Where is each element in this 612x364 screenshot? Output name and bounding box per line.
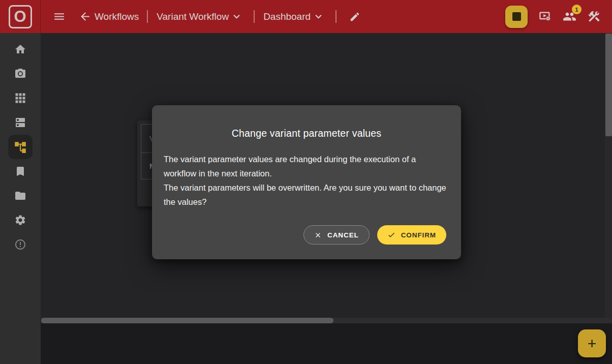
app-logo[interactable]: O xyxy=(0,0,41,33)
dialog-actions: CANCEL CONFIRM xyxy=(303,225,446,245)
breadcrumb-workflows[interactable]: Workflows xyxy=(95,11,139,22)
error-icon xyxy=(14,238,26,251)
breadcrumb-separator xyxy=(147,10,148,23)
gear-icon xyxy=(14,214,26,226)
sidebar-item-apps[interactable] xyxy=(8,86,33,110)
sidebar-item-camera[interactable] xyxy=(8,62,33,86)
vertical-scrollbar-track[interactable] xyxy=(605,33,612,318)
chevron-down-icon[interactable] xyxy=(315,14,322,19)
folder-icon xyxy=(14,190,26,202)
horizontal-scrollbar-thumb[interactable] xyxy=(41,318,333,323)
users-button[interactable]: 1 xyxy=(563,10,576,23)
stop-button[interactable] xyxy=(505,6,528,28)
breadcrumb-separator xyxy=(335,10,336,23)
top-bar: O Workflows Variant Workflow Dashboard xyxy=(0,0,612,33)
confirm-dialog: Change variant parameter values The vari… xyxy=(152,105,461,259)
sidebar-item-files[interactable] xyxy=(8,184,33,208)
menu-hamburger-icon[interactable] xyxy=(53,10,66,23)
home-icon xyxy=(14,43,26,55)
dialog-text-line: The variant parameter values are changed… xyxy=(164,152,449,180)
sidebar-nav xyxy=(0,33,41,364)
confirm-button-label: CONFIRM xyxy=(401,231,436,239)
cancel-button[interactable]: CANCEL xyxy=(303,225,370,245)
dialog-body: The variant parameter values are changed… xyxy=(164,152,449,209)
breadcrumb-dashboard[interactable]: Dashboard xyxy=(263,11,311,22)
logo-letter: O xyxy=(14,9,26,24)
breadcrumb-variant-workflow[interactable]: Variant Workflow xyxy=(157,11,229,22)
horizontal-scrollbar-track[interactable] xyxy=(41,318,612,323)
add-button[interactable]: + xyxy=(578,329,606,357)
logo-o-icon: O xyxy=(9,5,32,28)
user-count-badge: 1 xyxy=(572,5,582,14)
confirm-button[interactable]: CONFIRM xyxy=(377,225,446,245)
dns-icon xyxy=(14,116,26,129)
breadcrumb-separator xyxy=(254,10,255,23)
apps-grid-icon xyxy=(14,92,26,104)
sidebar-item-servers[interactable] xyxy=(8,110,33,135)
sidebar-item-workflows[interactable] xyxy=(8,135,33,159)
sidebar-item-bookmarks[interactable] xyxy=(8,159,33,184)
top-bar-actions: 1 xyxy=(505,0,601,33)
sidebar-item-settings[interactable] xyxy=(8,208,33,232)
bottom-panel xyxy=(41,323,612,364)
sidebar-item-home[interactable] xyxy=(8,37,33,62)
camera-icon xyxy=(14,68,26,80)
dialog-text-line: The variant parameters will be overwritt… xyxy=(164,180,449,209)
video-settings-icon[interactable] xyxy=(538,10,552,23)
sidebar-item-errors[interactable] xyxy=(8,232,33,257)
workflow-tree-icon xyxy=(14,140,27,154)
plus-icon: + xyxy=(588,336,597,351)
stop-icon xyxy=(512,12,521,21)
vertical-scrollbar-thumb[interactable] xyxy=(605,34,612,136)
bookmark-icon xyxy=(14,165,26,177)
cancel-button-label: CANCEL xyxy=(327,231,359,239)
chevron-down-icon[interactable] xyxy=(233,14,240,19)
dialog-title: Change variant parameter values xyxy=(152,128,461,139)
construction-icon[interactable] xyxy=(587,10,601,23)
app-screen: O Workflows Variant Workflow Dashboard xyxy=(0,0,612,364)
back-arrow-icon[interactable] xyxy=(79,10,91,23)
check-icon xyxy=(387,231,395,239)
close-icon xyxy=(314,231,322,239)
edit-pencil-icon[interactable] xyxy=(349,11,360,22)
